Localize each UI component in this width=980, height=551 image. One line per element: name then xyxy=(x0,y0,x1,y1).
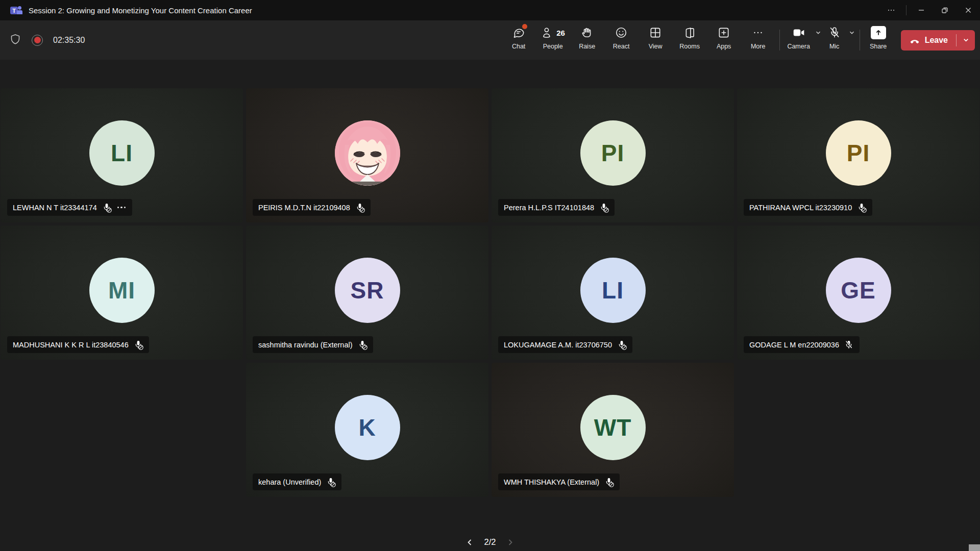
avatar: GE xyxy=(826,257,891,322)
avatar-initials: K xyxy=(358,413,376,441)
mic-muted-icon xyxy=(856,203,867,213)
previous-page-button[interactable] xyxy=(466,538,474,546)
participant-name-pill: WMH THISHAKYA (External) xyxy=(498,473,620,490)
participant-name-pill: GODAGE L M en22009036 xyxy=(744,336,860,353)
chat-label: Chat xyxy=(512,43,525,50)
leave-options-chevron-icon[interactable] xyxy=(957,30,975,51)
participant-tile[interactable]: PI Perera H.L.P.S IT24101848 xyxy=(492,88,734,222)
avatar: LI xyxy=(89,120,155,185)
mic-muted-slash-icon xyxy=(844,340,854,350)
share-button[interactable]: Share xyxy=(864,20,893,60)
avatar-initials: SR xyxy=(351,276,384,304)
meeting-timer: 02:35:30 xyxy=(53,36,85,45)
window-more-button[interactable] xyxy=(879,0,903,20)
view-label: View xyxy=(649,43,663,50)
people-label: People xyxy=(543,43,563,50)
participant-more-button[interactable] xyxy=(116,207,127,209)
avatar-initials: LI xyxy=(602,276,624,304)
participant-name-pill: LOKUGAMAGE A.M. it23706750 xyxy=(498,336,632,353)
participant-tile[interactable]: PI PATHIRANA WPCL it23230910 xyxy=(737,88,979,222)
participant-tile[interactable]: LI LOKUGAMAGE A.M. it23706750 xyxy=(492,226,734,360)
toolbar-divider xyxy=(779,30,780,51)
mic-button[interactable]: Mic xyxy=(822,20,847,50)
apps-label: Apps xyxy=(717,43,731,50)
titlebar-divider xyxy=(906,5,906,15)
participant-tile[interactable]: SR sashmitha ravindu (External) xyxy=(246,226,488,360)
react-button[interactable]: React xyxy=(604,20,639,60)
avatar-initials: LI xyxy=(111,139,133,166)
minimize-button[interactable] xyxy=(910,0,933,20)
avatar-initials: MI xyxy=(108,276,135,304)
avatar: MI xyxy=(89,257,155,322)
camera-button[interactable]: Camera xyxy=(784,20,814,50)
title-bar: T Session 2: Growing and Monetizing Your… xyxy=(0,0,980,20)
mic-muted-icon xyxy=(355,203,365,213)
participant-tile[interactable]: LI LEWHAN N T it23344174 xyxy=(1,88,243,222)
chat-notification-badge xyxy=(522,24,527,29)
avatar-initials: PI xyxy=(601,139,624,166)
camera-label: Camera xyxy=(787,43,810,50)
rooms-label: Rooms xyxy=(679,43,700,50)
restore-button[interactable] xyxy=(933,0,957,20)
mic-muted-icon xyxy=(102,203,112,213)
avatar-initials: WT xyxy=(594,413,632,441)
more-label: More xyxy=(751,43,765,50)
participant-name: Perera H.L.P.S IT24101848 xyxy=(504,204,594,212)
share-label: Share xyxy=(870,43,887,50)
raise-hand-button[interactable]: Raise xyxy=(570,20,604,60)
avatar-initials: PI xyxy=(847,139,870,166)
participant-tile[interactable]: GE GODAGE L M en22009036 xyxy=(737,226,979,360)
participant-name-pill: Perera H.L.P.S IT24101848 xyxy=(498,199,615,216)
rooms-button[interactable]: Rooms xyxy=(673,20,707,60)
camera-options-chevron-icon[interactable] xyxy=(815,29,822,36)
close-button[interactable] xyxy=(957,0,980,20)
participant-tile[interactable]: WT WMH THISHAKYA (External) xyxy=(492,363,734,497)
mic-muted-icon xyxy=(326,477,336,487)
participant-name: LOKUGAMAGE A.M. it23706750 xyxy=(504,341,612,349)
mic-label: Mic xyxy=(829,43,839,50)
pagination: 2/2 xyxy=(466,537,514,547)
participant-name-pill: PEIRIS M.D.T.N it22109408 xyxy=(253,199,371,216)
participant-name-pill: kehara (Unverified) xyxy=(253,473,341,490)
avatar: SR xyxy=(335,257,400,322)
participant-name-pill: PATHIRANA WPCL it23230910 xyxy=(744,199,872,216)
hangup-phone-icon xyxy=(909,35,920,46)
participant-name: kehara (Unverified) xyxy=(258,478,321,486)
apps-button[interactable]: Apps xyxy=(707,20,741,60)
participant-name: PEIRIS M.D.T.N it22109408 xyxy=(258,204,350,212)
participant-name-pill: LEWHAN N T it23344174 xyxy=(7,199,132,216)
participant-tile[interactable]: PEIRIS M.D.T.N it22109408 xyxy=(246,88,488,222)
participant-name-pill: MADHUSHANI K K R L it23840546 xyxy=(7,336,149,353)
participant-name: sashmitha ravindu (External) xyxy=(258,341,353,349)
chat-button[interactable]: Chat xyxy=(502,20,536,60)
leave-button[interactable]: Leave xyxy=(901,30,975,51)
participant-tile[interactable]: K kehara (Unverified) xyxy=(246,363,488,497)
scrollbar-corner xyxy=(969,544,980,551)
recording-indicator-icon xyxy=(32,35,43,46)
avatar: LI xyxy=(580,257,646,322)
mic-options-chevron-icon[interactable] xyxy=(848,29,855,36)
avatar-image-anime-girl xyxy=(335,120,400,185)
mic-muted-icon xyxy=(617,340,627,350)
participant-tile[interactable]: MI MADHUSHANI K K R L it23840546 xyxy=(1,226,243,360)
view-button[interactable]: View xyxy=(639,20,673,60)
mic-muted-icon xyxy=(604,477,614,487)
avatar: WT xyxy=(580,394,646,460)
window-title: Session 2: Growing and Monetizing Your C… xyxy=(29,6,252,15)
toolbar-divider xyxy=(860,30,860,51)
page-indicator: 2/2 xyxy=(484,537,496,547)
mic-muted-icon xyxy=(599,203,609,213)
leave-label: Leave xyxy=(925,36,948,45)
meeting-stage: LI LEWHAN N T it23344174 xyxy=(0,60,980,551)
participant-name-pill: sashmitha ravindu (External) xyxy=(253,336,373,353)
more-button[interactable]: More xyxy=(741,20,775,60)
next-page-button[interactable] xyxy=(506,538,514,546)
participant-name: MADHUSHANI K K R L it23840546 xyxy=(13,341,129,349)
people-button[interactable]: 26 People xyxy=(536,20,570,60)
avatar: PI xyxy=(580,120,646,185)
meeting-toolbar: 02:35:30 Chat 26 People Raise React View xyxy=(0,20,980,60)
security-shield-icon[interactable] xyxy=(9,33,21,47)
mic-muted-icon xyxy=(357,340,368,350)
participant-name: PATHIRANA WPCL it23230910 xyxy=(749,204,852,212)
avatar: PI xyxy=(826,120,891,185)
